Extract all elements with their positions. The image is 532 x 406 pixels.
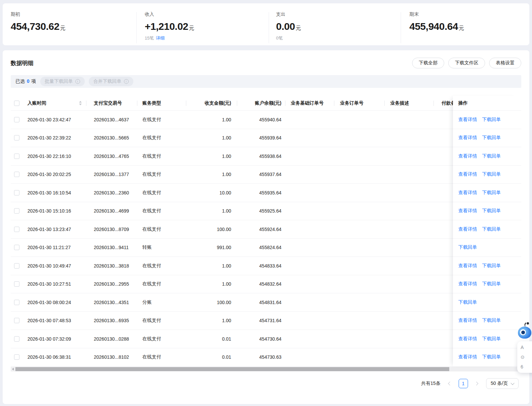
cell-desc	[385, 312, 434, 330]
row-checkbox[interactable]	[14, 245, 19, 250]
page-size-select[interactable]: 50 条/页	[486, 378, 519, 389]
download-receipt-link[interactable]: 下载回单	[482, 208, 501, 214]
cell-order	[334, 147, 385, 165]
cell-type: 分账	[137, 293, 186, 311]
row-checkbox[interactable]	[14, 354, 19, 360]
row-checkbox[interactable]	[14, 336, 19, 342]
row-checkbox[interactable]	[14, 263, 19, 269]
info-icon[interactable]: i	[75, 79, 80, 84]
cell-amount: 10.00	[186, 184, 237, 202]
sort-icon[interactable]	[79, 101, 82, 105]
view-detail-link[interactable]: 查看详情	[458, 317, 477, 324]
row-checkbox[interactable]	[14, 154, 19, 159]
cell-amount: 100.00	[186, 293, 237, 311]
download-receipt-link[interactable]: 下载回单	[482, 117, 501, 123]
cell-type: 转账	[137, 239, 186, 257]
data-detail-panel: 数据明细 下载全部 下载文件区 表格设置 已选 0 项 批量下载回单i 合并下载…	[3, 50, 529, 404]
view-detail-link[interactable]: 查看详情	[458, 354, 477, 360]
view-detail-link[interactable]: 查看详情	[458, 226, 477, 232]
download-receipt-link[interactable]: 下载回单	[482, 190, 501, 196]
batch-download-button[interactable]: 批量下载回单i	[40, 77, 85, 86]
download-receipt-link[interactable]: 下载回单	[482, 263, 501, 269]
cell-time: 2026-01-30 06:38:31	[25, 348, 86, 366]
cell-base-order	[285, 330, 334, 348]
current-page-button[interactable]: 1	[459, 379, 468, 388]
assistant-menu-item[interactable]: ⊙	[521, 354, 532, 360]
row-checkbox[interactable]	[14, 117, 19, 122]
cell-time: 2026-01-30 20:02:25	[25, 166, 86, 184]
download-receipt-link[interactable]: 下载回单	[482, 171, 501, 177]
cell-type: 在线支付	[137, 312, 186, 330]
cell-txn: 20260130...1377	[86, 166, 137, 184]
selected-count: 0	[26, 78, 30, 84]
row-checkbox-cell	[11, 147, 25, 165]
row-checkbox[interactable]	[14, 227, 19, 232]
ending-unit: 元	[459, 25, 464, 31]
next-page-button[interactable]	[475, 381, 479, 386]
view-detail-link[interactable]: 查看详情	[458, 336, 477, 342]
actions-fixed-column: 操作 查看详情下载回单查看详情下载回单查看详情下载回单查看详情下载回单查看详情下…	[453, 96, 519, 366]
row-checkbox[interactable]	[14, 135, 19, 140]
download-receipt-link[interactable]: 下载回单	[482, 336, 501, 342]
income-amount: +1,210.02	[145, 21, 188, 32]
income-detail-link[interactable]: 详细	[156, 36, 164, 41]
table-row: 2026-01-30 23:42:47 20260130...4637 在线支付…	[11, 111, 521, 129]
actions-row: 查看详情下载回单	[453, 111, 519, 129]
download-receipt-link[interactable]: 下载回单	[482, 135, 501, 141]
scrollbar-thumb[interactable]	[15, 367, 449, 371]
floating-assistant[interactable]: A⊙6	[517, 324, 532, 373]
actions-row: 查看详情下载回单	[453, 275, 519, 294]
row-checkbox[interactable]	[14, 190, 19, 195]
view-detail-link[interactable]: 查看详情	[458, 153, 477, 159]
download-receipt-link[interactable]: 下载回单	[482, 153, 501, 159]
view-detail-link[interactable]: 查看详情	[458, 281, 477, 287]
cell-order	[334, 275, 385, 293]
download-receipt-link[interactable]: 下载回单	[482, 226, 501, 232]
cell-time: 2026-01-30 07:48:53	[25, 312, 86, 330]
row-checkbox[interactable]	[14, 172, 19, 177]
download-receipt-link[interactable]: 下载回单	[458, 299, 477, 305]
panel-header: 数据明细 下载全部 下载文件区 表格设置	[11, 58, 521, 68]
download-zone-button[interactable]: 下载文件区	[448, 58, 485, 68]
view-detail-link[interactable]: 查看详情	[458, 190, 477, 196]
table-settings-button[interactable]: 表格设置	[489, 58, 521, 68]
cell-amount: 991.00	[186, 239, 237, 257]
expense-unit: 元	[295, 25, 301, 31]
info-icon[interactable]: i	[124, 79, 129, 84]
page-size-value: 50 条/页	[491, 381, 508, 387]
actions-row: 查看详情下载回单	[453, 257, 519, 275]
select-all-checkbox[interactable]	[14, 101, 19, 106]
column-time[interactable]: 入账时间	[25, 96, 86, 110]
view-detail-link[interactable]: 查看详情	[458, 171, 477, 177]
cell-order	[334, 202, 385, 220]
view-detail-link[interactable]: 查看详情	[458, 117, 477, 123]
download-receipt-link[interactable]: 下载回单	[458, 244, 477, 250]
assistant-menu-item[interactable]: 6	[521, 364, 532, 369]
assistant-menu-item[interactable]: A	[521, 345, 532, 350]
assistant-robot-icon[interactable]	[517, 324, 532, 339]
row-checkbox[interactable]	[14, 300, 19, 305]
cell-amount: 1.00	[186, 257, 237, 275]
column-type: 账务类型	[137, 96, 186, 110]
cell-time: 2026-01-30 13:23:47	[25, 220, 86, 238]
row-checkbox[interactable]	[14, 208, 19, 214]
scroll-left-arrow-icon[interactable]	[11, 367, 15, 371]
scrollbar-track[interactable]	[15, 367, 517, 371]
view-detail-link[interactable]: 查看详情	[458, 263, 477, 269]
row-checkbox[interactable]	[14, 318, 19, 323]
merge-download-button[interactable]: 合并下载回单i	[89, 77, 133, 86]
download-all-button[interactable]: 下载全部	[412, 58, 444, 68]
view-detail-link[interactable]: 查看详情	[458, 135, 477, 141]
income-sub: 15笔详细	[145, 35, 269, 41]
view-detail-link[interactable]: 查看详情	[458, 208, 477, 214]
horizontal-scrollbar[interactable]	[11, 367, 521, 371]
download-receipt-link[interactable]: 下载回单	[482, 281, 501, 287]
download-receipt-link[interactable]: 下载回单	[482, 354, 501, 360]
summary-expense: 支出 0.00元 0笔	[269, 11, 401, 45]
column-txn: 支付宝交易号	[86, 96, 137, 110]
cell-base-order	[285, 111, 334, 129]
row-checkbox-cell	[11, 202, 25, 220]
row-checkbox[interactable]	[14, 281, 19, 287]
prev-page-button[interactable]	[447, 381, 452, 386]
download-receipt-link[interactable]: 下载回单	[482, 317, 501, 324]
